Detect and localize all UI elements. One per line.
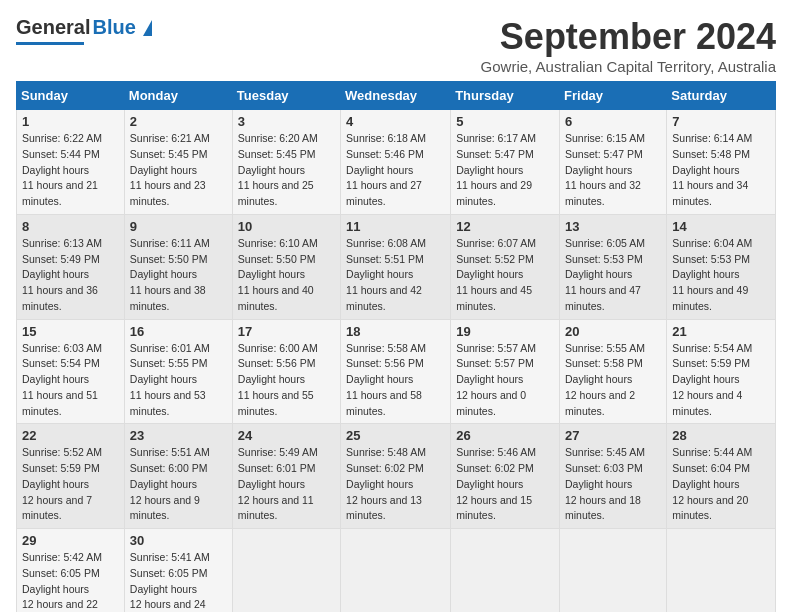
day-number: 8 (22, 219, 119, 234)
day-number: 11 (346, 219, 445, 234)
calendar-cell: 19Sunrise: 5:57 AMSunset: 5:57 PMDayligh… (451, 319, 560, 424)
day-number: 3 (238, 114, 335, 129)
day-number: 10 (238, 219, 335, 234)
logo: GeneralBlue (16, 16, 152, 45)
calendar-body: 1Sunrise: 6:22 AMSunset: 5:44 PMDaylight… (17, 110, 776, 613)
calendar-table: SundayMondayTuesdayWednesdayThursdayFrid… (16, 81, 776, 612)
day-info: Sunrise: 5:55 AMSunset: 5:58 PMDaylight … (565, 341, 661, 420)
day-info: Sunrise: 5:54 AMSunset: 5:59 PMDaylight … (672, 341, 770, 420)
day-info: Sunrise: 5:57 AMSunset: 5:57 PMDaylight … (456, 341, 554, 420)
day-number: 24 (238, 428, 335, 443)
day-info: Sunrise: 6:03 AMSunset: 5:54 PMDaylight … (22, 341, 119, 420)
calendar-week-4: 22Sunrise: 5:52 AMSunset: 5:59 PMDayligh… (17, 424, 776, 529)
calendar-cell: 20Sunrise: 5:55 AMSunset: 5:58 PMDayligh… (560, 319, 667, 424)
day-number: 19 (456, 324, 554, 339)
calendar-cell: 12Sunrise: 6:07 AMSunset: 5:52 PMDayligh… (451, 214, 560, 319)
calendar-cell: 3Sunrise: 6:20 AMSunset: 5:45 PMDaylight… (232, 110, 340, 215)
day-info: Sunrise: 6:10 AMSunset: 5:50 PMDaylight … (238, 236, 335, 315)
day-number: 4 (346, 114, 445, 129)
calendar-cell: 10Sunrise: 6:10 AMSunset: 5:50 PMDayligh… (232, 214, 340, 319)
day-info: Sunrise: 5:49 AMSunset: 6:01 PMDaylight … (238, 445, 335, 524)
day-info: Sunrise: 5:58 AMSunset: 5:56 PMDaylight … (346, 341, 445, 420)
day-info: Sunrise: 5:51 AMSunset: 6:00 PMDaylight … (130, 445, 227, 524)
day-number: 21 (672, 324, 770, 339)
page-header: GeneralBlue September 2024 Gowrie, Austr… (16, 16, 776, 75)
calendar-cell: 25Sunrise: 5:48 AMSunset: 6:02 PMDayligh… (341, 424, 451, 529)
logo-triangle-icon (143, 20, 152, 36)
day-number: 17 (238, 324, 335, 339)
day-info: Sunrise: 6:20 AMSunset: 5:45 PMDaylight … (238, 131, 335, 210)
weekday-header-tuesday: Tuesday (232, 82, 340, 110)
day-info: Sunrise: 5:48 AMSunset: 6:02 PMDaylight … (346, 445, 445, 524)
calendar-cell (560, 529, 667, 613)
calendar-cell: 24Sunrise: 5:49 AMSunset: 6:01 PMDayligh… (232, 424, 340, 529)
day-number: 9 (130, 219, 227, 234)
day-number: 29 (22, 533, 119, 548)
day-info: Sunrise: 5:45 AMSunset: 6:03 PMDaylight … (565, 445, 661, 524)
day-info: Sunrise: 5:41 AMSunset: 6:05 PMDaylight … (130, 550, 227, 612)
day-info: Sunrise: 6:08 AMSunset: 5:51 PMDaylight … (346, 236, 445, 315)
calendar-cell: 7Sunrise: 6:14 AMSunset: 5:48 PMDaylight… (667, 110, 776, 215)
weekday-header-row: SundayMondayTuesdayWednesdayThursdayFrid… (17, 82, 776, 110)
weekday-header-wednesday: Wednesday (341, 82, 451, 110)
calendar-cell (667, 529, 776, 613)
logo-general: General (16, 16, 90, 38)
calendar-cell: 15Sunrise: 6:03 AMSunset: 5:54 PMDayligh… (17, 319, 125, 424)
calendar-cell: 26Sunrise: 5:46 AMSunset: 6:02 PMDayligh… (451, 424, 560, 529)
day-info: Sunrise: 6:17 AMSunset: 5:47 PMDaylight … (456, 131, 554, 210)
logo-blue-text: Blue (92, 16, 135, 38)
calendar-cell (451, 529, 560, 613)
calendar-cell: 1Sunrise: 6:22 AMSunset: 5:44 PMDaylight… (17, 110, 125, 215)
calendar-cell: 28Sunrise: 5:44 AMSunset: 6:04 PMDayligh… (667, 424, 776, 529)
calendar-cell: 14Sunrise: 6:04 AMSunset: 5:53 PMDayligh… (667, 214, 776, 319)
day-number: 5 (456, 114, 554, 129)
calendar-header: SundayMondayTuesdayWednesdayThursdayFrid… (17, 82, 776, 110)
day-info: Sunrise: 6:13 AMSunset: 5:49 PMDaylight … (22, 236, 119, 315)
day-info: Sunrise: 5:46 AMSunset: 6:02 PMDaylight … (456, 445, 554, 524)
weekday-header-monday: Monday (124, 82, 232, 110)
day-number: 12 (456, 219, 554, 234)
calendar-week-5: 29Sunrise: 5:42 AMSunset: 6:05 PMDayligh… (17, 529, 776, 613)
calendar-cell: 22Sunrise: 5:52 AMSunset: 5:59 PMDayligh… (17, 424, 125, 529)
day-info: Sunrise: 6:11 AMSunset: 5:50 PMDaylight … (130, 236, 227, 315)
day-number: 30 (130, 533, 227, 548)
calendar-cell: 17Sunrise: 6:00 AMSunset: 5:56 PMDayligh… (232, 319, 340, 424)
calendar-cell: 29Sunrise: 5:42 AMSunset: 6:05 PMDayligh… (17, 529, 125, 613)
day-number: 2 (130, 114, 227, 129)
day-info: Sunrise: 6:00 AMSunset: 5:56 PMDaylight … (238, 341, 335, 420)
day-info: Sunrise: 6:01 AMSunset: 5:55 PMDaylight … (130, 341, 227, 420)
calendar-cell: 8Sunrise: 6:13 AMSunset: 5:49 PMDaylight… (17, 214, 125, 319)
calendar-cell: 18Sunrise: 5:58 AMSunset: 5:56 PMDayligh… (341, 319, 451, 424)
weekday-header-sunday: Sunday (17, 82, 125, 110)
logo-underline (16, 42, 84, 45)
day-number: 23 (130, 428, 227, 443)
day-number: 20 (565, 324, 661, 339)
day-number: 13 (565, 219, 661, 234)
day-info: Sunrise: 6:14 AMSunset: 5:48 PMDaylight … (672, 131, 770, 210)
calendar-cell: 23Sunrise: 5:51 AMSunset: 6:00 PMDayligh… (124, 424, 232, 529)
day-info: Sunrise: 6:05 AMSunset: 5:53 PMDaylight … (565, 236, 661, 315)
day-info: Sunrise: 5:44 AMSunset: 6:04 PMDaylight … (672, 445, 770, 524)
day-number: 22 (22, 428, 119, 443)
calendar-cell: 2Sunrise: 6:21 AMSunset: 5:45 PMDaylight… (124, 110, 232, 215)
day-number: 7 (672, 114, 770, 129)
title-area: September 2024 Gowrie, Australian Capita… (481, 16, 776, 75)
calendar-cell: 6Sunrise: 6:15 AMSunset: 5:47 PMDaylight… (560, 110, 667, 215)
calendar-week-2: 8Sunrise: 6:13 AMSunset: 5:49 PMDaylight… (17, 214, 776, 319)
day-info: Sunrise: 6:07 AMSunset: 5:52 PMDaylight … (456, 236, 554, 315)
day-info: Sunrise: 5:52 AMSunset: 5:59 PMDaylight … (22, 445, 119, 524)
calendar-cell: 4Sunrise: 6:18 AMSunset: 5:46 PMDaylight… (341, 110, 451, 215)
calendar-cell: 16Sunrise: 6:01 AMSunset: 5:55 PMDayligh… (124, 319, 232, 424)
day-number: 28 (672, 428, 770, 443)
calendar-cell: 9Sunrise: 6:11 AMSunset: 5:50 PMDaylight… (124, 214, 232, 319)
weekday-header-thursday: Thursday (451, 82, 560, 110)
day-number: 14 (672, 219, 770, 234)
day-number: 1 (22, 114, 119, 129)
calendar-cell: 5Sunrise: 6:17 AMSunset: 5:47 PMDaylight… (451, 110, 560, 215)
calendar-cell (232, 529, 340, 613)
day-info: Sunrise: 5:42 AMSunset: 6:05 PMDaylight … (22, 550, 119, 612)
calendar-week-1: 1Sunrise: 6:22 AMSunset: 5:44 PMDaylight… (17, 110, 776, 215)
day-number: 26 (456, 428, 554, 443)
location-title: Gowrie, Australian Capital Territory, Au… (481, 58, 776, 75)
weekday-header-friday: Friday (560, 82, 667, 110)
